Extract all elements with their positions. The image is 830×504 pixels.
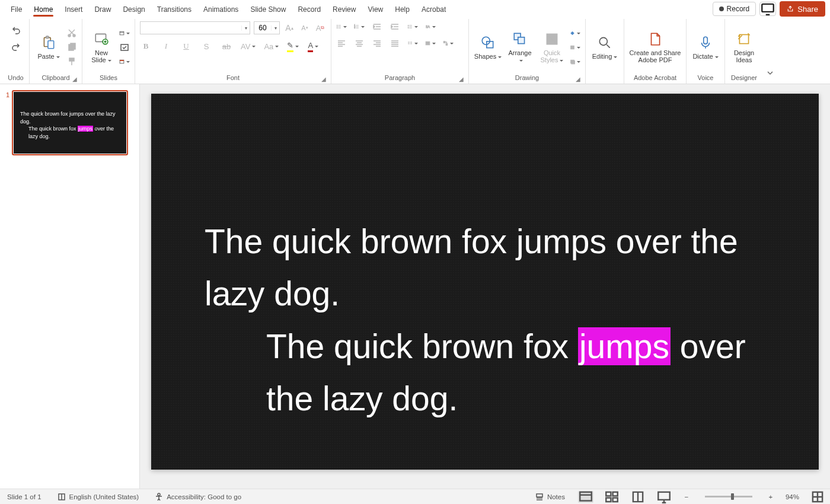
redo-button[interactable] <box>11 42 21 52</box>
status-language-label: English (United States) <box>69 493 139 500</box>
tab-design[interactable]: Design <box>117 2 151 16</box>
change-case-button[interactable]: Aa <box>264 40 279 52</box>
status-slide-count[interactable]: Slide 1 of 1 <box>5 492 44 502</box>
svg-point-16 <box>337 26 337 27</box>
slide-line1[interactable]: The quick brown fox jumps over the lazy … <box>205 215 783 320</box>
smartart-button[interactable] <box>443 38 454 49</box>
tab-review[interactable]: Review <box>327 2 362 16</box>
chevron-down-icon[interactable]: ▾ <box>241 25 250 31</box>
dictate-button[interactable]: Dictate <box>691 34 720 60</box>
section-button[interactable] <box>119 56 130 67</box>
tab-help[interactable]: Help <box>389 2 416 16</box>
font-launcher-icon[interactable]: ◢ <box>321 76 326 82</box>
font-size-combo[interactable]: ▾ <box>254 21 280 34</box>
slide[interactable]: The quick brown fox jumps over the lazy … <box>151 94 819 470</box>
undo-button[interactable] <box>11 25 21 36</box>
editing-button[interactable]: Editing <box>590 34 619 60</box>
shapes-button[interactable]: Shapes <box>474 34 502 60</box>
align-right-button[interactable] <box>372 38 382 49</box>
slideshow-view-button[interactable] <box>656 491 672 503</box>
strikethrough-button[interactable]: ab <box>221 40 232 52</box>
drawing-launcher-icon[interactable]: ◢ <box>576 76 580 82</box>
zoom-in-button[interactable]: + <box>767 493 775 500</box>
tab-transitions[interactable]: Transitions <box>151 2 197 16</box>
highlight-color-button[interactable]: ✎ <box>287 40 299 52</box>
italic-button[interactable]: I <box>160 40 172 52</box>
thumbnail-pane[interactable]: 1 The quick brown fox jumps over the laz… <box>0 84 140 489</box>
record-button[interactable]: Record <box>713 2 756 16</box>
arrange-button[interactable]: Arrange <box>506 31 534 63</box>
increase-font-button[interactable]: A▴ <box>283 22 295 34</box>
thumb-line1: The quick brown fox jumps over the lazy … <box>20 111 116 125</box>
tab-record[interactable]: Record <box>292 2 327 16</box>
slide-text-box[interactable]: The quick brown fox jumps over the lazy … <box>205 215 783 425</box>
slide-sorter-view-button[interactable] <box>604 491 620 503</box>
columns-button[interactable] <box>407 38 418 49</box>
font-color-button[interactable]: A <box>307 40 319 52</box>
share-button[interactable]: Share <box>780 1 825 17</box>
line-spacing-button[interactable] <box>407 21 418 32</box>
font-name-input[interactable] <box>141 22 241 34</box>
tab-insert[interactable]: Insert <box>59 2 88 16</box>
group-drawing: Shapes Arrange Quick Styles Drawing◢ <box>469 19 586 84</box>
char-spacing-button[interactable]: AV <box>241 40 256 52</box>
reading-view-button[interactable] <box>630 491 646 503</box>
quick-styles-button[interactable]: Quick Styles <box>538 31 566 63</box>
tab-file[interactable]: File <box>5 2 28 16</box>
paragraph-launcher-icon[interactable]: ◢ <box>459 76 464 82</box>
numbering-button[interactable]: 123 <box>354 21 365 32</box>
slide-thumbnail-1[interactable]: 1 The quick brown fox jumps over the laz… <box>4 90 136 155</box>
bullets-button[interactable] <box>336 21 347 32</box>
zoom-out-button[interactable]: − <box>682 493 691 500</box>
align-center-button[interactable] <box>354 38 365 49</box>
align-text-button[interactable] <box>425 38 436 49</box>
decrease-indent-button[interactable] <box>372 21 382 32</box>
decrease-font-button[interactable]: A▾ <box>299 22 311 34</box>
font-name-combo[interactable]: ▾ <box>140 21 250 34</box>
copy-button[interactable] <box>66 42 77 53</box>
cut-button[interactable] <box>66 28 77 39</box>
status-language[interactable]: English (United States) <box>55 491 142 503</box>
format-painter-button[interactable] <box>66 56 77 67</box>
collapse-ribbon-button[interactable] <box>763 19 777 84</box>
layout-button[interactable] <box>119 28 130 39</box>
clear-formatting-button[interactable]: A⧉ <box>314 22 326 34</box>
tab-view[interactable]: View <box>362 2 389 16</box>
text-direction-button[interactable]: IIA <box>425 21 436 32</box>
slide-line2[interactable]: The quick brown fox jumps over the lazy … <box>205 320 783 425</box>
tab-draw[interactable]: Draw <box>88 2 117 16</box>
underline-button[interactable]: U <box>180 40 192 52</box>
slide-canvas-area[interactable]: The quick brown fox jumps over the lazy … <box>140 84 830 489</box>
normal-view-button[interactable] <box>578 491 593 503</box>
tab-acrobat[interactable]: Acrobat <box>416 2 452 16</box>
bold-button[interactable]: B <box>140 40 152 52</box>
justify-button[interactable] <box>390 38 400 49</box>
shape-outline-button[interactable] <box>570 42 580 53</box>
tab-slideshow[interactable]: Slide Show <box>244 2 292 16</box>
tab-animations[interactable]: Animations <box>197 2 244 16</box>
present-mode-button[interactable] <box>759 2 776 16</box>
create-share-pdf-button[interactable]: Create and Share Adobe PDF <box>629 31 681 63</box>
paste-button[interactable]: Paste <box>34 34 63 60</box>
reset-slide-button[interactable] <box>119 42 130 53</box>
shape-fill-button[interactable] <box>570 28 580 39</box>
chevron-down-icon[interactable]: ▾ <box>271 25 279 31</box>
zoom-slider[interactable] <box>705 496 752 497</box>
design-ideas-button[interactable]: Design Ideas <box>730 31 758 63</box>
new-slide-button[interactable]: New Slide <box>87 31 116 63</box>
fit-to-window-button[interactable] <box>810 491 825 503</box>
shape-effects-button[interactable] <box>570 56 580 67</box>
shadow-button[interactable]: S <box>200 40 212 52</box>
notes-button[interactable]: Notes <box>532 491 567 503</box>
increase-indent-button[interactable] <box>390 21 400 32</box>
font-size-input[interactable] <box>254 22 271 34</box>
group-editing: Editing <box>586 19 624 84</box>
svg-rect-32 <box>572 60 575 64</box>
clipboard-launcher-icon[interactable]: ◢ <box>72 76 77 82</box>
status-bar: Slide 1 of 1 English (United States) Acc… <box>0 489 830 504</box>
align-left-button[interactable] <box>336 38 347 49</box>
zoom-level[interactable]: 94% <box>786 493 799 500</box>
tab-home[interactable]: Home <box>28 2 59 16</box>
status-accessibility[interactable]: Accessibility: Good to go <box>152 491 244 503</box>
thumbnail-preview[interactable]: The quick brown fox jumps over the lazy … <box>12 90 128 155</box>
